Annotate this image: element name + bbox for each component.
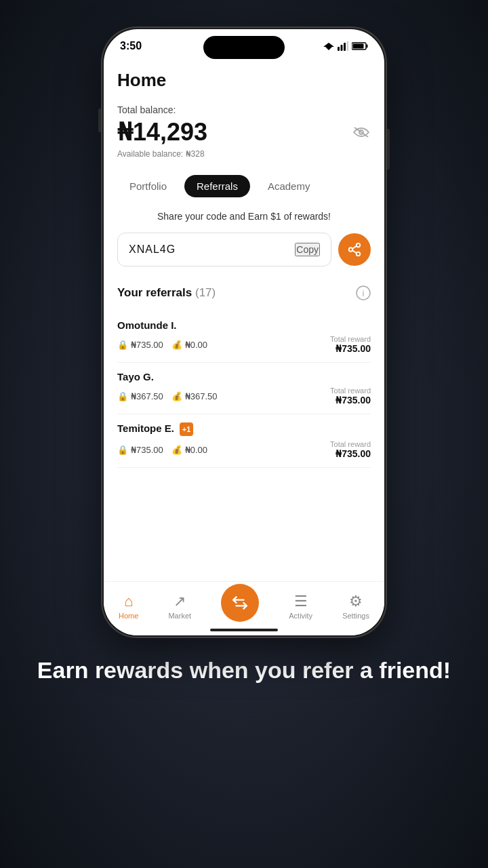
lock-icon-1: 🔒 [117, 391, 128, 401]
plus-badge: +1 [180, 422, 193, 436]
tabs-row: Portfolio Referrals Academy [117, 175, 371, 197]
battery-icon [352, 42, 368, 50]
wallet-amount-0: 💰 ₦0.00 [171, 340, 207, 350]
referrals-info-button[interactable]: i [356, 285, 371, 300]
activity-icon: ☰ [294, 593, 308, 610]
balance-label: Total balance: [117, 104, 371, 115]
locked-amount-1: 🔒 ₦367.50 [117, 391, 163, 401]
info-icon: i [356, 285, 371, 300]
settings-icon: ⚙ [349, 593, 363, 610]
referral-name: Temitope E. +1 [117, 422, 371, 436]
referrals-count: (17) [195, 286, 216, 299]
share-icon [347, 242, 362, 257]
total-reward-label-1: Total reward [330, 387, 371, 395]
nav-item-activity[interactable]: ☰ Activity [289, 593, 312, 620]
referral-code: XNAL4G [129, 243, 176, 256]
bottom-nav: ⌂ Home ↗ Market ☰ Activity ⚙ [104, 581, 384, 635]
status-bar: 3:50 [104, 29, 384, 63]
home-indicator [210, 629, 278, 631]
wifi-icon [323, 41, 334, 51]
svg-rect-6 [367, 45, 368, 48]
balance-section: Total balance: ₦14,293 Available balance… [117, 104, 371, 159]
wallet-amount-2: 💰 ₦0.00 [171, 445, 207, 455]
lock-icon: 🔒 [117, 340, 128, 350]
referral-name: Tayo G. [117, 371, 371, 382]
balance-amount: ₦14,293 [117, 118, 207, 146]
tab-referrals[interactable]: Referrals [184, 175, 250, 197]
nav-label-settings: Settings [342, 612, 369, 620]
tab-portfolio[interactable]: Portfolio [117, 175, 179, 197]
total-reward-amount-0: ₦735.00 [330, 343, 371, 354]
svg-line-13 [352, 246, 357, 249]
share-button[interactable] [338, 233, 371, 266]
nav-item-home[interactable]: ⌂ Home [119, 593, 138, 620]
nav-item-settings[interactable]: ⚙ Settings [342, 593, 369, 620]
svg-rect-3 [344, 43, 346, 51]
referral-name: Omotunde I. [117, 319, 371, 331]
referral-promo-text: Share your code and Earn $1 of rewards! [117, 211, 371, 222]
total-reward-amount-1: ₦735.00 [330, 395, 371, 406]
lock-icon-2: 🔒 [117, 445, 128, 455]
total-reward-label-0: Total reward [330, 335, 371, 343]
svg-line-14 [352, 250, 357, 253]
tagline: Earn rewards when you refer a friend! [10, 656, 478, 684]
svg-point-11 [349, 248, 353, 252]
svg-rect-4 [347, 41, 349, 51]
nav-label-activity: Activity [289, 612, 312, 620]
eye-slash-icon [352, 125, 371, 139]
home-icon: ⌂ [124, 593, 133, 610]
status-time: 3:50 [120, 40, 142, 52]
nav-label-market: Market [168, 612, 191, 620]
tab-academy[interactable]: Academy [256, 175, 323, 197]
available-balance: Available balance: ₦328 [117, 149, 371, 159]
svg-rect-2 [341, 45, 343, 51]
page-title: Home [117, 70, 371, 91]
copy-code-button[interactable]: Copy [295, 243, 320, 256]
wallet-icon-0: 💰 [171, 340, 182, 350]
wallet-icon-1: 💰 [171, 391, 182, 401]
locked-amount-2: 🔒 ₦735.00 [117, 445, 163, 455]
svg-text:i: i [363, 288, 365, 298]
referral-item: Temitope E. +1 🔒 ₦735.00 💰 ₦0.00 [117, 414, 371, 468]
status-icons [323, 41, 368, 51]
svg-point-10 [357, 243, 361, 248]
wallet-amount-1: 💰 ₦367.50 [171, 391, 218, 401]
referral-item: Omotunde I. 🔒 ₦735.00 💰 ₦0.00 Total [117, 311, 371, 363]
svg-marker-0 [323, 43, 334, 50]
nav-item-market[interactable]: ↗ Market [168, 593, 191, 620]
svg-point-12 [357, 252, 361, 256]
wallet-icon-2: 💰 [171, 445, 182, 455]
referrals-title: Your referrals (17) [117, 286, 216, 300]
market-icon: ↗ [174, 593, 186, 610]
locked-amount-0: 🔒 ₦735.00 [117, 340, 163, 350]
svg-rect-7 [353, 44, 364, 49]
nav-label-home: Home [119, 612, 138, 620]
total-reward-label-2: Total reward [330, 440, 371, 448]
hide-balance-button[interactable] [352, 125, 371, 139]
swap-icon [231, 594, 249, 612]
svg-rect-1 [338, 47, 340, 51]
referral-code-box: XNAL4G Copy [117, 233, 331, 267]
phone-frame: 3:50 [102, 27, 386, 637]
referral-item: Tayo G. 🔒 ₦367.50 💰 ₦367.50 Total re [117, 363, 371, 414]
signal-icon [338, 41, 348, 51]
total-reward-amount-2: ₦735.00 [330, 448, 371, 459]
svg-line-9 [354, 127, 368, 137]
nav-center-swap-button[interactable] [221, 584, 259, 622]
